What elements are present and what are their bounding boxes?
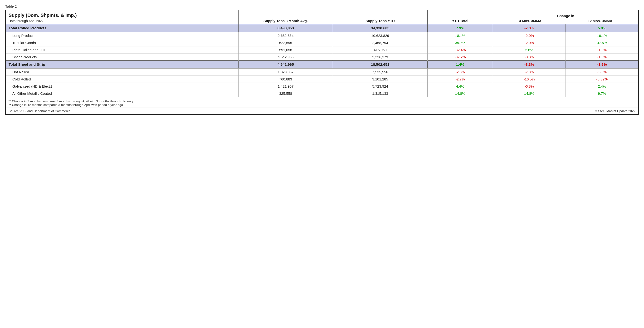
table-row: All Other Metallic Coated 325,558 1,315,… xyxy=(6,90,638,97)
section-3ma-0: 8,493,053 xyxy=(238,24,333,32)
main-table-container: Supply (Dom. Shpmts. & Imp.) Data throug… xyxy=(5,10,639,115)
row-ytdtotal: -2.3% xyxy=(427,69,493,76)
row-3ma: 760,883 xyxy=(238,76,333,83)
header-ytd: Supply Tons YTD xyxy=(333,10,427,24)
section-12mos-1: -1.6% xyxy=(566,61,638,69)
row-label: All Other Metallic Coated xyxy=(6,90,238,97)
copyright-text: © Steel Market Update 2022 xyxy=(595,109,636,113)
header-subtitle: Data through April 2022 xyxy=(8,19,236,23)
row-3ma: 1,829,867 xyxy=(238,69,333,76)
row-12mos: 2.4% xyxy=(566,83,638,90)
row-ytd: 2,458,794 xyxy=(333,39,427,47)
section-ytd-0: 34,338,603 xyxy=(333,24,427,32)
row-12mos: 16.1% xyxy=(566,32,638,39)
table-row: Plate Coiled and CTL 591,058 416,950 -82… xyxy=(6,47,638,54)
row-ytdtotal: -82.4% xyxy=(427,47,493,54)
section-label-1: Total Sheet and Strip xyxy=(6,61,238,69)
row-3ma: 591,058 xyxy=(238,47,333,54)
table-label: Table 2 xyxy=(5,4,639,8)
row-label: Cold Rolled xyxy=(6,76,238,83)
row-3mos: -2.0% xyxy=(493,32,566,39)
section-header-1: Total Sheet and Strip 4,542,965 18,502,6… xyxy=(6,61,638,69)
header-title: Supply (Dom. Shpmts. & Imp.) xyxy=(8,13,236,18)
row-12mos: -5.6% xyxy=(566,69,638,76)
section-12mos-0: 5.8% xyxy=(566,24,638,32)
section-3ma-1: 4,542,965 xyxy=(238,61,333,69)
row-ytdtotal: 4.4% xyxy=(427,83,493,90)
header-3mos: 3 Mos. 3MMA xyxy=(519,19,542,23)
row-ytd: 1,315,133 xyxy=(333,90,427,97)
row-label: Tubular Goods xyxy=(6,39,238,47)
row-label: Hot Rolled xyxy=(6,69,238,76)
row-12mos: 37.5% xyxy=(566,39,638,47)
row-ytd: 2,336,379 xyxy=(333,54,427,61)
row-3mos: -2.0% xyxy=(493,39,566,47)
row-3mos: 14.8% xyxy=(493,90,566,97)
data-table: Supply (Dom. Shpmts. & Imp.) Data throug… xyxy=(6,10,638,97)
row-label: Plate Coiled and CTL xyxy=(6,47,238,54)
table-row: Cold Rolled 760,883 3,101,285 -2.7% -10.… xyxy=(6,76,638,83)
row-3mos: -7.9% xyxy=(493,69,566,76)
row-ytdtotal: -2.7% xyxy=(427,76,493,83)
header-3ma: Supply Tons 3 Month Avg. xyxy=(238,10,333,24)
footnote-1: ** Change in 3 months compares 3 months … xyxy=(8,100,636,103)
header-12mos: 12 Mos. 3MMA xyxy=(588,19,612,23)
header-row: Supply (Dom. Shpmts. & Imp.) Data throug… xyxy=(6,10,638,24)
table-row: Sheet Products 4,542,965 2,336,379 -87.2… xyxy=(6,54,638,61)
section-ytdtotal-0: 7.9% xyxy=(427,24,493,32)
row-3ma: 622,695 xyxy=(238,39,333,47)
table-row: Hot Rolled 1,829,867 7,535,556 -2.3% -7.… xyxy=(6,69,638,76)
footer-notes: ** Change in 3 months compares 3 months … xyxy=(6,97,638,108)
row-3mos: -8.3% xyxy=(493,54,566,61)
row-ytd: 5,723,924 xyxy=(333,83,427,90)
table-row: Tubular Goods 622,695 2,458,794 39.7% -2… xyxy=(6,39,638,47)
row-3ma: 4,542,965 xyxy=(238,54,333,61)
row-label: Sheet Products xyxy=(6,54,238,61)
row-3mos: -6.8% xyxy=(493,83,566,90)
table-row: Galvanized (HD & Elect.) 1,421,967 5,723… xyxy=(6,83,638,90)
row-ytdtotal: -87.2% xyxy=(427,54,493,61)
row-12mos: -1.6% xyxy=(566,54,638,61)
row-12mos: 9.7% xyxy=(566,90,638,97)
row-3mos: 2.8% xyxy=(493,47,566,54)
section-label-0: Total Rolled Products xyxy=(6,24,238,32)
row-ytd: 3,101,285 xyxy=(333,76,427,83)
row-ytd: 416,950 xyxy=(333,47,427,54)
row-ytd: 7,535,556 xyxy=(333,69,427,76)
footnote-2: ** Change in 12 months compares 3 months… xyxy=(8,103,636,107)
row-ytdtotal: 39.7% xyxy=(427,39,493,47)
row-12mos: -5.32% xyxy=(566,76,638,83)
row-3ma: 2,632,364 xyxy=(238,32,333,39)
source-text: Source: AISI and Department of Commerce xyxy=(8,109,70,113)
header-ytd-total: YTD Total xyxy=(427,10,493,24)
section-ytd-1: 18,502,651 xyxy=(333,61,427,69)
row-ytd: 10,623,829 xyxy=(333,32,427,39)
row-3mos: -10.5% xyxy=(493,76,566,83)
section-3mos-0: -7.8% xyxy=(493,24,566,32)
row-ytdtotal: 14.8% xyxy=(427,90,493,97)
row-label: Long Products xyxy=(6,32,238,39)
row-12mos: -1.0% xyxy=(566,47,638,54)
table-header: Supply (Dom. Shpmts. & Imp.) Data throug… xyxy=(6,10,638,24)
row-3ma: 1,421,967 xyxy=(238,83,333,90)
table-row: Long Products 2,632,364 10,623,829 18.1%… xyxy=(6,32,638,39)
section-3mos-1: -8.3% xyxy=(493,61,566,69)
section-header-0: Total Rolled Products 8,493,053 34,338,6… xyxy=(6,24,638,32)
footer-source-row: Source: AISI and Department of Commerce … xyxy=(6,108,638,114)
row-3ma: 325,558 xyxy=(238,90,333,97)
header-change: Change in 3 Mos. 3MMA 12 Mos. 3MMA xyxy=(493,10,638,24)
row-label: Galvanized (HD & Elect.) xyxy=(6,83,238,90)
row-ytdtotal: 18.1% xyxy=(427,32,493,39)
section-ytdtotal-1: 1.4% xyxy=(427,61,493,69)
table-body: Total Rolled Products 8,493,053 34,338,6… xyxy=(6,24,638,97)
header-title-cell: Supply (Dom. Shpmts. & Imp.) Data throug… xyxy=(6,10,238,24)
